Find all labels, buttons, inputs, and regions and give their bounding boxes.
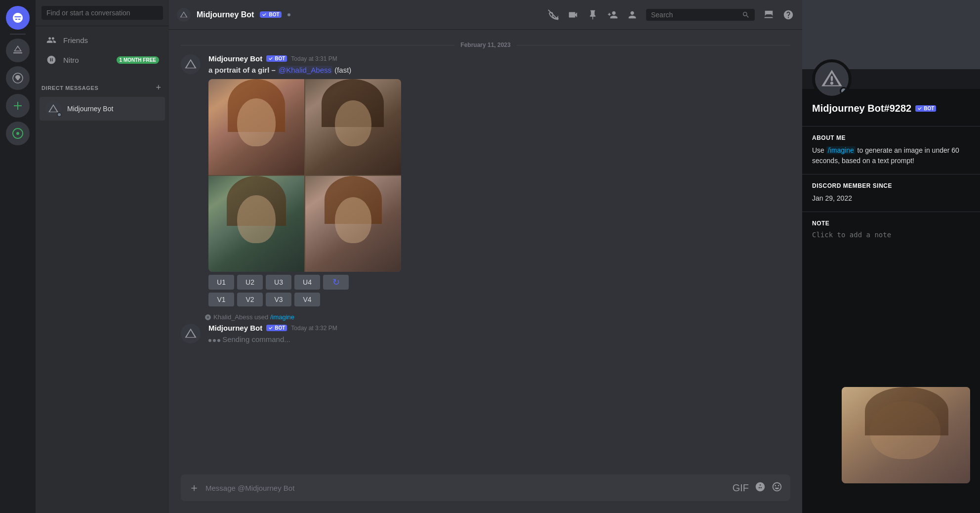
dm-nav-items: Friends Nitro 1 MONTH FREE <box>36 26 169 74</box>
header-verified-badge: BOT <box>260 11 281 18</box>
about-me-section: ABOUT ME Use /imagine to generate an ima… <box>802 127 980 174</box>
message-time-2: Today at 3:32 PM <box>291 325 337 332</box>
midjourney-bot-dm-item[interactable]: Midjourney Bot <box>40 97 165 121</box>
app-icon <box>204 314 211 321</box>
u4-button[interactable]: U4 <box>294 275 320 290</box>
header-icons <box>547 9 794 21</box>
image-grid[interactable] <box>208 79 401 272</box>
message-body-1: Midjourney Bot BOT Today at 3:31 PM a po… <box>208 54 790 306</box>
add-attachment-button[interactable]: ＋ <box>189 474 200 501</box>
message-header-1: Midjourney Bot BOT Today at 3:31 PM <box>208 54 790 63</box>
friends-icon <box>45 34 57 46</box>
svg-point-4 <box>830 82 833 85</box>
home-button[interactable] <box>6 6 30 30</box>
add-dm-button[interactable]: + <box>154 82 163 94</box>
message-avatar-1 <box>181 54 201 74</box>
v4-button[interactable]: V4 <box>294 293 320 306</box>
chat-header: Midjourney Bot BOT <box>169 0 802 30</box>
input-icons: GIF <box>733 481 782 495</box>
svg-rect-5 <box>831 76 833 81</box>
video-face <box>842 387 970 483</box>
video-icon[interactable] <box>567 9 579 21</box>
message-header-2: Midjourney Bot BOT Today at 3:32 PM <box>208 324 790 332</box>
help-icon[interactable] <box>782 9 794 21</box>
pin-icon[interactable] <box>587 9 599 21</box>
search-icon <box>742 11 750 19</box>
slash-command: /imagine <box>270 313 294 321</box>
khalid-used-text: Khalid_Abess used /imagine <box>213 313 294 321</box>
chat-header-avatar <box>177 8 191 22</box>
message-group-1: Midjourney Bot BOT Today at 3:31 PM a po… <box>169 52 802 308</box>
friends-nav-item[interactable]: Friends <box>40 30 165 50</box>
svg-point-2 <box>16 132 19 135</box>
v2-button[interactable]: V2 <box>237 293 263 306</box>
emoji-icon[interactable] <box>772 481 782 495</box>
image-cell-3[interactable] <box>208 176 304 272</box>
v3-button[interactable]: V3 <box>266 293 291 306</box>
main-content: Midjourney Bot BOT <box>169 0 802 513</box>
nitro-badge: 1 MONTH FREE <box>117 56 159 64</box>
midjourney-bot-avatar <box>45 101 61 117</box>
profile-name-row: Midjourney Bot#9282 BOT <box>812 103 970 114</box>
add-member-icon[interactable] <box>607 9 618 21</box>
server-sidebar <box>0 0 36 513</box>
image-cell-4[interactable] <box>305 176 401 272</box>
header-status-dot <box>287 13 290 16</box>
compass-icon <box>12 128 24 139</box>
action-buttons-row-2: V1 V2 V3 V4 <box>208 293 790 306</box>
gif-icon[interactable]: GIF <box>733 482 749 494</box>
message-input[interactable] <box>205 478 727 498</box>
nitro-nav-item[interactable]: Nitro 1 MONTH FREE <box>40 50 165 70</box>
search-input[interactable] <box>651 11 739 19</box>
image-cell-1[interactable] <box>208 79 304 175</box>
video-thumbnail <box>842 387 970 483</box>
bot-label: BOT <box>269 12 279 17</box>
friends-label: Friends <box>63 36 88 44</box>
sidebar-divider <box>10 34 26 35</box>
message-body-2: Midjourney Bot BOT Today at 3:32 PM <box>208 324 790 344</box>
date-divider: February 11, 2023 <box>169 38 802 52</box>
message-input-area: ＋ GIF <box>169 469 802 513</box>
openai-icon <box>12 72 24 84</box>
message-group-2: Midjourney Bot BOT Today at 3:32 PM <box>169 322 802 346</box>
u2-button[interactable]: U2 <box>237 275 263 290</box>
message-content-1: a portrait of a girl – @Khalid_Abess (fa… <box>208 65 790 75</box>
note-title: NOTE <box>812 220 970 227</box>
refresh-button[interactable]: ↻ <box>323 275 349 290</box>
image-grid-container <box>208 79 401 272</box>
profile-name: Midjourney Bot#9282 <box>812 103 911 114</box>
server-icon-1[interactable] <box>6 39 30 62</box>
member-since-section: DISCORD MEMBER SINCE Jan 29, 2022 <box>802 174 980 212</box>
dm-sidebar: Friends Nitro 1 MONTH FREE DIRECT MESSAG… <box>36 0 169 513</box>
inbox-icon[interactable] <box>763 9 775 21</box>
bot-badge-1: BOT <box>266 55 287 62</box>
image-cell-2[interactable] <box>305 79 401 175</box>
profile-bot-badge: BOT <box>915 105 936 112</box>
direct-messages-header: DIRECT MESSAGES + <box>36 74 169 97</box>
find-conversation-input[interactable] <box>41 6 163 20</box>
mention-1: @Khalid_Abess <box>278 66 332 74</box>
note-input[interactable] <box>812 231 970 247</box>
explore-servers-button[interactable] <box>6 122 30 145</box>
phone-icon[interactable] <box>547 9 559 21</box>
chat-header-name: Midjourney Bot <box>197 10 254 19</box>
note-section: NOTE <box>802 212 980 256</box>
v1-button[interactable]: V1 <box>208 293 234 306</box>
member-since-date: Jan 29, 2022 <box>812 193 970 204</box>
nitro-label: Nitro <box>63 56 79 64</box>
about-me-text: Use /imagine to generate an image in und… <box>812 145 970 166</box>
message-input-box: ＋ GIF <box>181 474 790 501</box>
sending-dots <box>208 339 220 342</box>
sticker-icon[interactable] <box>755 481 766 495</box>
u1-button[interactable]: U1 <box>208 275 234 290</box>
profile-icon[interactable] <box>626 9 638 21</box>
server-icon-add[interactable] <box>6 94 30 118</box>
imagine-highlight: /imagine <box>826 146 856 154</box>
u3-button[interactable]: U3 <box>266 275 291 290</box>
sailboat-icon-small <box>12 44 24 56</box>
server-icon-2[interactable] <box>6 66 30 90</box>
message-time-1: Today at 3:31 PM <box>291 55 337 62</box>
message-content-2: Sending command... <box>208 334 790 344</box>
header-search-wrapper[interactable] <box>646 9 755 21</box>
message-author-1: Midjourney Bot <box>208 54 262 63</box>
